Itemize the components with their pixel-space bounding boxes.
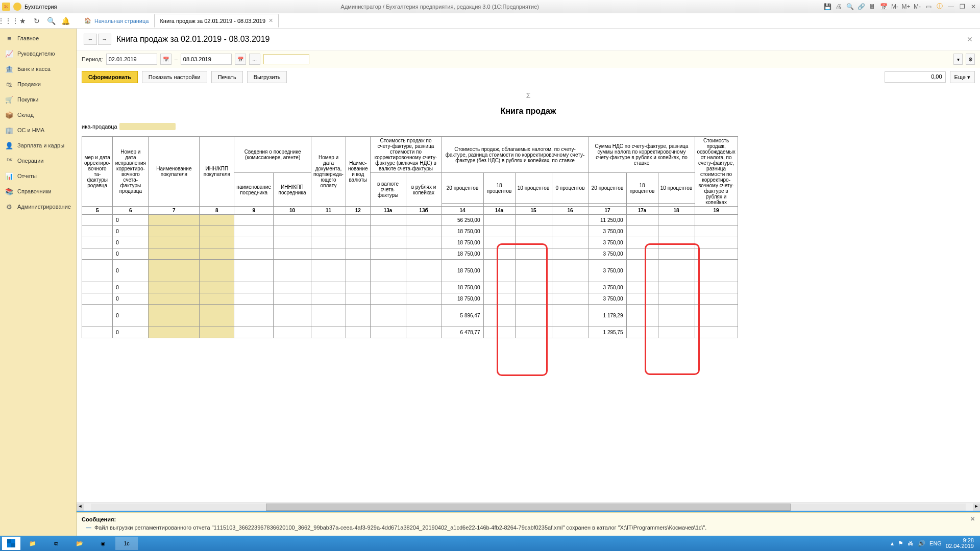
sidebar-item-10[interactable]: 📚Справочники [0, 184, 76, 199]
sidebar-item-2[interactable]: 🏦Банк и касса [0, 61, 76, 77]
title-bar: 1c Бухгалтерия Администратор / Бухгалтер… [0, 0, 980, 13]
sidebar-item-1[interactable]: 📈Руководителю [0, 46, 76, 61]
more-button[interactable]: Еще ▾ [950, 71, 975, 83]
show-settings-button[interactable]: Показать настройки [142, 71, 207, 83]
tray-up-icon[interactable]: ▴ [891, 540, 894, 547]
settings-button[interactable]: ⚙ [966, 54, 975, 65]
link-icon[interactable]: 🔗 [856, 2, 866, 11]
table-row: 018 750,003 750,00 [82, 282, 738, 293]
search-icon[interactable]: 🔍 [46, 16, 56, 26]
preview-icon[interactable]: 🔍 [845, 2, 854, 11]
tab-home[interactable]: 🏠 Начальная страница [79, 14, 154, 28]
scroll-thumb[interactable] [266, 504, 791, 511]
task-explorer[interactable]: 📁 [21, 537, 44, 550]
close-icon[interactable]: ✕ [969, 2, 978, 11]
toolbar: ⋮⋮⋮ ★ ↻ 🔍 🔔 🏠 Начальная страница Книга п… [0, 13, 980, 29]
apps-icon[interactable]: ⋮⋮⋮ [3, 16, 13, 26]
calendar-icon[interactable]: 📅 [879, 2, 888, 11]
tray-flag-icon[interactable]: ⚑ [898, 540, 903, 547]
page-close-icon[interactable]: ✕ [967, 35, 973, 43]
save-icon[interactable]: 💾 [823, 2, 832, 11]
export-button[interactable]: Выгрузить [247, 71, 287, 83]
date-to-input[interactable] [181, 54, 232, 65]
sidebar-item-7[interactable]: 👤Зарплата и кадры [0, 138, 76, 153]
tray-clock[interactable]: 9:28 02.04.2019 [946, 538, 974, 549]
sidebar-item-6[interactable]: 🏢ОС и НМА [0, 122, 76, 138]
calc-icon[interactable]: 🖩 [868, 2, 877, 11]
seller-row: ика-продавца [82, 120, 975, 133]
m-icon[interactable]: M- [913, 2, 922, 11]
tab-close-icon[interactable]: ✕ [268, 17, 273, 24]
report-title: Книга продаж [82, 103, 975, 120]
sidebar-label: Операции [17, 158, 43, 164]
scroll-left-icon[interactable]: ◄ [77, 504, 84, 511]
sidebar-label: ОС и НМА [17, 127, 44, 133]
tray-sound-icon[interactable]: 🔊 [918, 540, 925, 547]
table-row: 018 750,003 750,00 [82, 260, 738, 282]
history-icon[interactable]: ↻ [32, 16, 42, 26]
date-separator: – [175, 56, 178, 62]
sidebar-icon: ≡ [5, 34, 13, 42]
scroll-right-icon[interactable]: ► [973, 504, 980, 511]
app-name: Бухгалтерия [24, 4, 57, 10]
sidebar-item-3[interactable]: 🛍Продажи [0, 77, 76, 92]
task-folder[interactable]: 📂 [68, 537, 91, 550]
sidebar-item-4[interactable]: 🛒Покупки [0, 92, 76, 107]
date-from-picker-icon[interactable]: 📅 [160, 54, 172, 65]
print-button[interactable]: Печать [211, 71, 243, 83]
m-minus-icon[interactable]: M- [890, 2, 899, 11]
nav-forward-button[interactable]: → [98, 34, 111, 45]
sidebar-item-9[interactable]: 📊Отчеты [0, 168, 76, 184]
sidebar-label: Руководителю [17, 51, 55, 57]
sidebar-icon: ⚙ [5, 203, 13, 211]
sidebar-label: Зарплата и кадры [17, 142, 64, 148]
help-icon[interactable]: ⓘ [935, 2, 944, 11]
tray-network-icon[interactable]: 🖧 [908, 540, 914, 547]
period-label: Период: [82, 56, 103, 62]
m-plus-icon[interactable]: M+ [901, 2, 911, 11]
message-text: Файл выгрузки регламентированного отчета… [94, 524, 706, 531]
tray-lang[interactable]: ENG [929, 540, 942, 546]
generate-button[interactable]: Сформировать [82, 71, 138, 83]
table-row: 056 250,0011 250,00 [82, 215, 738, 226]
table-row: 018 750,003 750,00 [82, 293, 738, 305]
sidebar-icon: 🏦 [5, 65, 13, 73]
horizontal-scrollbar[interactable]: ◄ ► [77, 503, 980, 511]
star-icon[interactable]: ★ [17, 16, 28, 26]
favorite-icon[interactable] [13, 3, 21, 11]
org-field[interactable] [263, 54, 309, 64]
window-title: Администратор / Бухгалтерия предприятия,… [60, 4, 820, 10]
tab-home-label: Начальная страница [94, 18, 149, 24]
report-body: Σ Книга продаж ика-продавца мер и дата о… [77, 86, 980, 503]
panel-icon[interactable]: ▭ [924, 2, 933, 11]
messages-close-icon[interactable]: ✕ [970, 516, 975, 522]
task-chrome[interactable]: ◉ [92, 537, 114, 550]
sidebar: ≡Главное📈Руководителю🏦Банк и касса🛍Прода… [0, 29, 77, 536]
sidebar-label: Банк и касса [17, 66, 51, 72]
sidebar-icon: 🛒 [5, 95, 13, 104]
maximize-icon[interactable]: ❐ [958, 2, 967, 11]
nav-back-button[interactable]: ← [84, 34, 97, 45]
start-button[interactable] [2, 537, 20, 550]
sidebar-label: Покупки [17, 96, 38, 103]
minimize-icon[interactable]: — [946, 2, 955, 11]
print-icon[interactable]: 🖨 [834, 2, 843, 11]
sidebar-item-0[interactable]: ≡Главное [0, 31, 76, 46]
content-area: ← → Книга продаж за 02.01.2019 - 08.03.2… [77, 29, 980, 536]
bell-icon[interactable]: 🔔 [60, 16, 70, 26]
task-powershell[interactable]: ⧉ [45, 537, 67, 550]
sidebar-item-8[interactable]: ᴰᴷОперации [0, 153, 76, 168]
task-1c[interactable]: 1c [115, 537, 138, 550]
date-to-picker-icon[interactable]: 📅 [235, 54, 246, 65]
period-ext-button[interactable]: ... [249, 54, 260, 65]
table-row: 018 750,003 750,00 [82, 248, 738, 260]
tab-active-label: Книга продаж за 02.01.2019 - 08.03.2019 [160, 18, 265, 24]
date-from-input[interactable] [106, 54, 157, 65]
sidebar-item-11[interactable]: ⚙Администрирование [0, 199, 76, 214]
messages-panel: Сообщения: ✕ — Файл выгрузки регламентир… [77, 512, 980, 536]
sidebar-icon: 👤 [5, 141, 13, 149]
table-row: 05 896,471 179,29 [82, 305, 738, 327]
sidebar-item-5[interactable]: 📦Склад [0, 107, 76, 122]
tab-sales-book[interactable]: Книга продаж за 02.01.2019 - 08.03.2019 … [154, 14, 279, 28]
dropdown-button[interactable]: ▾ [953, 54, 963, 65]
